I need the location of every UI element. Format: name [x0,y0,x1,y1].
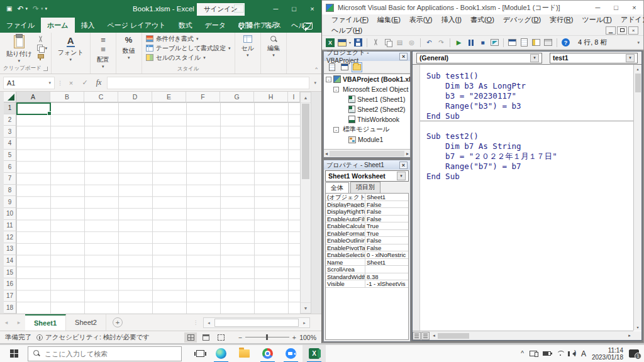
cell-styles-button[interactable]: セルのスタイル ▾ [146,53,231,62]
menu-help[interactable]: ヘルプ(H) [327,26,367,35]
find-icon[interactable]: ◎ [407,38,416,47]
column-header-C[interactable]: C [84,92,118,102]
cut-icon[interactable] [371,38,380,47]
project-hscrollbar[interactable]: ◂ ▸ [324,149,410,157]
procedure-selector-icon[interactable]: ▾ [626,54,635,62]
editing-button[interactable]: 編集 ▾ [264,35,283,57]
sheet-grid[interactable]: ABCDEFGHI 123456789101112131415161718 [4,92,300,314]
paste-button[interactable]: 貼り付け ▾ [3,35,35,62]
zoom-in-icon[interactable]: + [292,334,296,341]
format-as-table-button[interactable]: テーブルとして書式設定 ▾ [146,43,231,53]
row-header-14[interactable]: 14 [4,255,16,267]
speaker-icon[interactable] [570,351,575,356]
tab-categorized[interactable]: 項目別 [350,182,380,193]
zoom-percentage[interactable]: 100% [299,334,316,341]
enter-icon[interactable]: ✓ [79,79,91,87]
taskbar-excel[interactable]: X [303,345,326,362]
properties-close-icon[interactable]: × [399,162,408,169]
column-header-A[interactable]: A [16,92,50,102]
row-header-10[interactable]: 10 [4,208,16,220]
save-icon[interactable] [353,38,363,47]
horizontal-scroll-thumb[interactable] [214,319,299,327]
conditional-formatting-button[interactable]: 条件付き書式 ▾ [146,34,231,43]
ribbon-tab-挿入[interactable]: 挿入 [75,18,101,33]
copy-button[interactable]: ▾ [37,45,47,52]
code-hscroll-thumb[interactable] [438,333,469,339]
redo-dropdown-icon[interactable]: ▾ [41,6,43,11]
menu-書式(O)[interactable]: 書式(O) [466,15,499,25]
menu-ツール(T)[interactable]: ツール(T) [577,15,616,25]
vba-close-button[interactable]: × [625,1,643,14]
row-header-15[interactable]: 15 [4,266,16,278]
hidden-icons-chevron-icon[interactable]: ^ [521,350,524,357]
taskbar-search[interactable] [28,346,182,361]
design-mode-icon[interactable] [490,38,499,47]
battery-icon[interactable] [543,351,551,356]
taskbar-explorer[interactable] [233,345,256,362]
expand-formula-bar-icon[interactable]: ▾ [312,80,318,85]
tree-item-Sheet2 (Sheet2)[interactable]: Sheet2 (Sheet2) [324,104,410,114]
code-scroll-right-icon[interactable]: ▸ [626,333,633,338]
close-button[interactable]: × [303,0,321,18]
property-row-(オブジェクト名)[interactable]: (オブジェクト名)Sheet1 [326,194,408,201]
row-header-2[interactable]: 2 [4,114,16,126]
ribbon-tab-ページ レイアウト[interactable]: ページ レイアウト [101,18,172,33]
property-row-DisplayRightToL[interactable]: DisplayRightToLFalse [326,208,408,216]
property-row-EnablePivotTable[interactable]: EnablePivotTableFalse [326,244,408,252]
toolbar-overflow-icon[interactable]: ▾ [637,40,640,45]
wifi-icon[interactable] [557,351,564,356]
menu-デバッグ(D)[interactable]: デバッグ(D) [499,15,545,25]
tellme-control[interactable]: 操作アシスト [238,21,282,30]
copy-icon[interactable] [383,38,392,47]
menu-挿入(I)[interactable]: 挿入(I) [436,15,465,25]
ribbon-display-options-icon[interactable]: ▴ [234,4,244,13]
project-explorer-caption[interactable]: プロジェクト - VBAProject × [324,52,410,61]
tree-item-Microsoft Excel Object[interactable]: -Microsoft Excel Object [324,84,410,94]
minimize-button[interactable]: ─ [267,0,285,18]
column-header-H[interactable]: H [254,92,288,102]
collapse-node-icon[interactable]: - [326,77,331,82]
number-button[interactable]: % 数値 ▾ [119,35,138,59]
properties-caption[interactable]: プロパティ - Sheet1 × [324,160,410,170]
collapse-ribbon-icon[interactable]: ^ [315,66,318,72]
accessibility-status[interactable]: アクセシビリティ: 検討が必要です [36,333,150,342]
code-scroll-left-icon[interactable]: ◂ [430,333,438,338]
row-header-5[interactable]: 5 [4,150,16,162]
taskbar-chrome[interactable] [256,345,279,362]
collapse-node-icon[interactable]: - [333,87,339,92]
code-vscrollbar[interactable]: ▴ ▾ [633,65,641,331]
column-header-I[interactable]: I [288,92,300,102]
row-header-18[interactable]: 18 [4,302,16,314]
taskbar-clock[interactable]: 11:14 2023/01/18 [592,347,623,361]
ime-mode-indicator[interactable]: A [581,349,586,358]
scroll-up-icon[interactable]: ▲ [301,92,311,103]
scroll-left-icon[interactable]: ◂ [204,318,214,327]
row-header-12[interactable]: 12 [4,231,16,243]
menu-ファイル(F)[interactable]: ファイル(F) [327,15,373,25]
scroll-down-icon[interactable]: ▼ [301,302,311,313]
redo-icon[interactable]: ↷ [436,38,446,47]
view-excel-icon[interactable]: X [326,38,335,47]
code-hscrollbar[interactable]: ◂ ▸ [430,331,633,340]
sheet-nav-left-icon[interactable]: ◂ [0,314,13,331]
view-object-icon[interactable] [339,62,350,72]
ribbon-tab-データ[interactable]: データ [198,18,232,33]
undo-icon[interactable]: ↶ [17,5,23,13]
display-tray-icon[interactable] [530,351,537,356]
properties-window-icon[interactable] [519,38,529,47]
active-cell-A1[interactable] [16,102,51,115]
property-row-EnableAutoFilter[interactable]: EnableAutoFilterFalse [326,216,408,223]
comments-icon[interactable] [303,23,313,30]
page-layout-view-icon[interactable] [199,332,212,343]
vba-minimize-button[interactable]: ─ [589,1,607,14]
column-header-G[interactable]: G [220,92,254,102]
zoom-out-icon[interactable]: − [238,334,242,341]
taskbar-zoom[interactable] [279,345,303,362]
code-vscroll-thumb[interactable] [635,74,641,92]
clipboard-dialog-launcher-icon[interactable] [43,67,48,71]
alignment-button[interactable]: ≡≡ 配置 ▾ [94,35,113,68]
project-close-icon[interactable]: × [399,53,408,60]
code-editor[interactable]: Sub test1() Dim b3 As LongPtr b3 = "2023… [413,65,633,331]
page-break-view-icon[interactable] [214,332,227,343]
property-row-ScrollArea[interactable]: ScrollArea [326,266,408,273]
